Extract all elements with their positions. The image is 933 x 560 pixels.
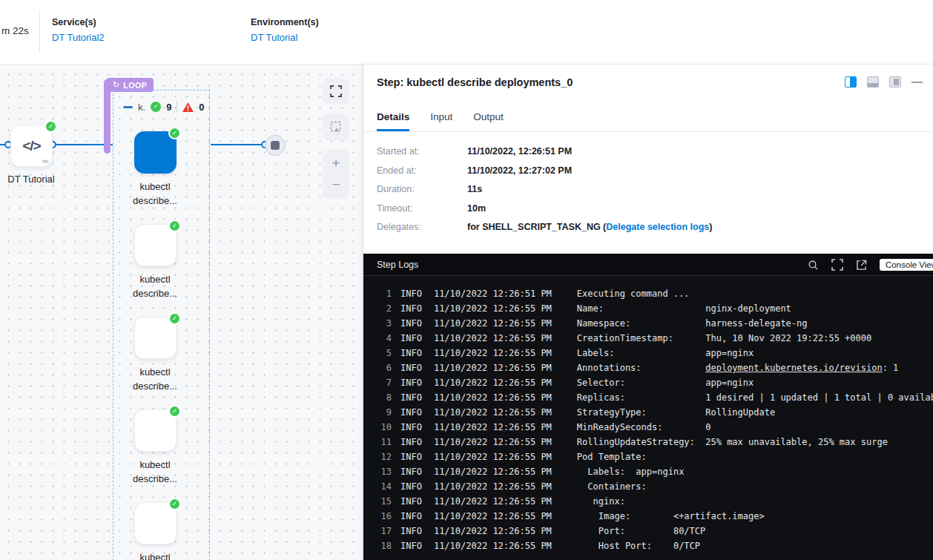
log-line-number: 17 xyxy=(363,524,392,538)
loop-group-header: k. ✓ 9 0 xyxy=(123,101,205,113)
log-line: 13INFO11/10/2022 12:26:55 PM Labels: app… xyxy=(363,464,933,479)
field-label: Started at: xyxy=(377,146,467,157)
search-icon[interactable] xyxy=(808,260,819,271)
log-line-number: 12 xyxy=(363,449,392,464)
field-label: Duration: xyxy=(377,184,467,194)
fullscreen-icon xyxy=(330,85,342,97)
pipeline-end-node[interactable] xyxy=(265,135,286,156)
log-line-number: 18 xyxy=(363,538,392,553)
log-message: Labels: app=nginx xyxy=(577,346,754,360)
log-line: 8INFO11/10/2022 12:26:55 PMReplicas: 1 d… xyxy=(363,390,933,405)
log-line-number: 15 xyxy=(363,494,392,509)
detail-field: Timeout:10m xyxy=(377,203,712,214)
step-node-kubectl-describe[interactable]: ✓ xyxy=(134,409,177,452)
step-node-kubectl-describe[interactable]: ✓ xyxy=(134,224,177,266)
success-check-icon: ✓ xyxy=(168,312,181,325)
detail-field: Duration:11s xyxy=(377,184,712,194)
log-level: INFO xyxy=(400,390,422,405)
log-line: 11INFO11/10/2022 12:26:55 PMRollingUpdat… xyxy=(363,435,933,449)
open-new-tab-icon[interactable] xyxy=(856,260,867,271)
log-level: INFO xyxy=(400,509,422,524)
log-timestamp: 11/10/2022 12:26:55 PM xyxy=(434,405,552,420)
right-view-icon[interactable] xyxy=(889,76,901,88)
bottom-view-icon[interactable] xyxy=(867,76,879,88)
log-message: StrategyType: RollingUpdate xyxy=(577,405,775,420)
step-logs-header: Step Logs Console View xyxy=(363,254,933,276)
logs-scroll-area[interactable]: 1INFO11/10/2022 12:26:51 PMExecuting com… xyxy=(363,276,933,560)
code-icon xyxy=(135,225,176,266)
log-line: 14INFO11/10/2022 12:26:55 PM Containers: xyxy=(363,479,933,494)
log-line-number: 16 xyxy=(363,509,392,524)
expand-logs-icon[interactable] xyxy=(831,259,843,271)
loop-icon: ↻ xyxy=(113,81,119,89)
log-level: INFO xyxy=(400,286,422,301)
marquee-select-icon xyxy=(330,121,342,133)
step-node-dt-tutorial[interactable]: </> </> ✓ xyxy=(10,125,53,167)
log-line-number: 6 xyxy=(363,360,392,375)
log-line-number: 11 xyxy=(363,435,392,449)
log-line: 3INFO11/10/2022 12:26:55 PMNamespace: ha… xyxy=(363,316,933,331)
log-message: MinReadySeconds: 0 xyxy=(577,420,711,435)
zoom-out-button[interactable]: − xyxy=(332,178,340,191)
log-message: Namespace: harness-delegate-ng xyxy=(577,316,808,331)
pipeline-canvas[interactable]: </> </> ✓ DT Tutorial ↻ LOOP k. ✓ 9 0 ✓k… xyxy=(0,64,363,560)
log-line: 7INFO11/10/2022 12:26:55 PMSelector: app… xyxy=(363,375,933,390)
minimize-icon[interactable] xyxy=(911,82,923,83)
step-node-label: kubectl describe... xyxy=(116,180,194,208)
step-node-kubectl-describe[interactable]: ✓ xyxy=(134,317,177,359)
log-message: Name: nginx-deployment xyxy=(577,301,791,316)
code-small-icon: </> xyxy=(42,159,48,164)
log-timestamp: 11/10/2022 12:26:55 PM xyxy=(434,420,552,435)
log-timestamp: 11/10/2022 12:26:55 PM xyxy=(434,331,552,346)
log-level: INFO xyxy=(400,524,422,538)
log-level: INFO xyxy=(400,331,422,346)
log-timestamp: 11/10/2022 12:26:55 PM xyxy=(434,360,552,375)
log-timestamp: 11/10/2022 12:26:55 PM xyxy=(434,524,552,538)
log-line: 1INFO11/10/2022 12:26:51 PMExecuting com… xyxy=(363,286,933,301)
log-line: 17INFO11/10/2022 12:26:55 PM Port: 80/TC… xyxy=(363,524,933,538)
log-timestamp: 11/10/2022 12:26:55 PM xyxy=(434,449,552,464)
split-right-view-icon[interactable] xyxy=(845,76,857,88)
detail-field: Ended at:11/10/2022, 12:27:02 PM xyxy=(377,165,712,176)
log-message: Pod Template: xyxy=(577,449,647,464)
log-timestamp: 11/10/2022 12:26:55 PM xyxy=(434,435,552,449)
field-label: Delegates: xyxy=(377,222,467,232)
marquee-select-button[interactable] xyxy=(323,113,349,140)
console-view-button[interactable]: Console View xyxy=(880,259,933,271)
log-line: 15INFO11/10/2022 12:26:55 PM nginx: xyxy=(363,494,933,509)
environment-label: Environment(s) xyxy=(251,17,319,27)
delegate-selection-logs-link[interactable]: Delegate selection logs xyxy=(606,222,709,232)
warning-icon xyxy=(182,102,194,112)
annotation-revision-link[interactable]: deployment.kubernetes.io/revision xyxy=(705,363,882,373)
success-count: 9 xyxy=(166,102,171,113)
zoom-in-button[interactable]: + xyxy=(332,157,340,170)
log-line: 18INFO11/10/2022 12:26:55 PM Host Port: … xyxy=(363,538,933,553)
step-node-label: kubectl describe... xyxy=(116,273,194,301)
field-value: for SHELL_SCRIPT_TASK_NG (Delegate selec… xyxy=(467,222,712,232)
step-node-kubectl-describe[interactable]: ✓ xyxy=(134,502,177,544)
log-timestamp: 11/10/2022 12:26:55 PM xyxy=(434,346,552,360)
fit-to-screen-button[interactable] xyxy=(323,78,349,105)
log-line-number: 9 xyxy=(363,405,392,420)
step-node-kubectl-describe[interactable]: ✓ xyxy=(134,131,177,174)
code-icon xyxy=(135,132,176,173)
log-timestamp: 11/10/2022 12:26:55 PM xyxy=(434,509,552,524)
environment-link[interactable]: DT Tutorial xyxy=(251,32,319,43)
detail-tabs: DetailsInputOutput xyxy=(363,110,933,132)
detail-fields: Started at:11/10/2022, 12:26:51 PMEnded … xyxy=(377,146,712,241)
tab-details[interactable]: Details xyxy=(377,110,409,131)
log-line-number: 1 xyxy=(363,286,392,301)
tab-output[interactable]: Output xyxy=(473,110,504,131)
log-message: Replicas: 1 desired | 1 updated | 1 tota… xyxy=(577,390,933,405)
code-icon xyxy=(135,503,176,544)
log-timestamp: 11/10/2022 12:26:55 PM xyxy=(434,494,552,509)
success-check-icon: ✓ xyxy=(168,498,181,510)
tab-input[interactable]: Input xyxy=(430,110,452,131)
log-timestamp: 11/10/2022 12:26:55 PM xyxy=(434,375,552,390)
collapse-minus-icon[interactable] xyxy=(123,106,133,108)
service-link[interactable]: DT Tutorial2 xyxy=(52,32,105,43)
log-message: Host Port: 0/TCP xyxy=(577,538,700,553)
stop-icon xyxy=(271,141,280,150)
log-message: Containers: xyxy=(577,479,647,494)
log-line: 12INFO11/10/2022 12:26:55 PMPod Template… xyxy=(363,449,933,464)
